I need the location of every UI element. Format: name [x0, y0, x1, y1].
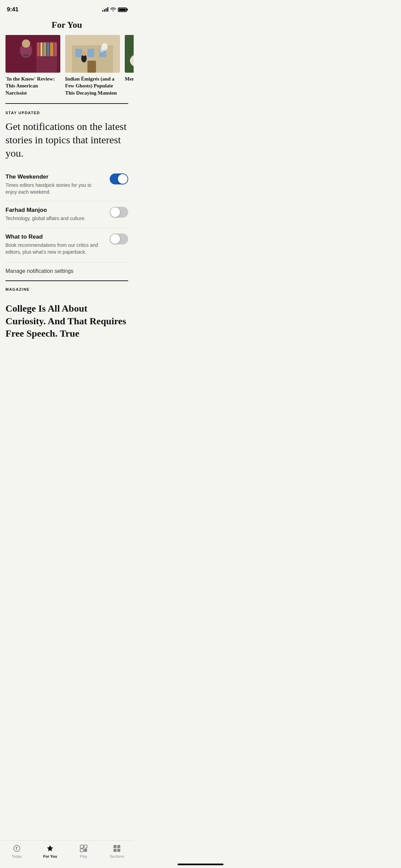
toggle-knob-whattoread [110, 234, 120, 244]
manage-notification-link[interactable]: Manage notification settings [5, 268, 73, 274]
status-bar: 9:41 [0, 0, 134, 17]
svg-rect-16 [87, 61, 96, 73]
svg-rect-3 [23, 54, 29, 56]
article-card-1[interactable]: 'In the Know' Review: This American Narc… [5, 35, 60, 96]
notification-name-farhad: Farhad Manjoo [5, 207, 103, 214]
wifi-icon [110, 7, 116, 13]
article-thumb-3 [125, 35, 134, 73]
notification-item-farhad: Farhad Manjoo Technology, global affairs… [5, 201, 128, 228]
svg-point-18 [82, 51, 86, 56]
toggle-knob-farhad [110, 207, 120, 217]
status-icons [102, 7, 127, 13]
svg-rect-13 [75, 49, 82, 57]
page-title: For You [0, 20, 134, 30]
svg-rect-9 [50, 43, 53, 56]
svg-point-20 [100, 48, 104, 52]
divider-magazine [5, 280, 128, 281]
notification-desc-whattoread: Book recommendations from our critics an… [5, 242, 103, 256]
notification-text-whattoread: What to Read Book recommendations from o… [5, 233, 103, 256]
svg-rect-5 [37, 43, 40, 56]
svg-rect-8 [47, 43, 49, 56]
toggle-farhad[interactable] [110, 207, 128, 218]
battery-icon [118, 8, 127, 12]
notification-text-farhad: Farhad Manjoo Technology, global affairs… [5, 207, 103, 222]
page-title-bar: For You [0, 17, 134, 35]
toggle-whattoread[interactable] [110, 233, 128, 244]
svg-rect-10 [54, 43, 57, 56]
article-title-1: 'In the Know' Review: This American Narc… [5, 75, 60, 96]
magazine-label: MAGAZINE [5, 287, 128, 291]
article-title-3: Merrily (Meatba... [125, 75, 134, 82]
status-time: 9:41 [7, 6, 19, 13]
stay-updated-label: STAY UPDATED [5, 111, 128, 115]
signal-icon [102, 8, 108, 12]
notifications-headline: Get notifications on the latest stories … [5, 120, 128, 160]
notifications-section: STAY UPDATED Get notifications on the la… [0, 104, 134, 261]
notification-name-whattoread: What to Read [5, 233, 103, 240]
notification-desc-weekender: Times editors handpick stories for you t… [5, 182, 103, 196]
article-card-2[interactable]: Indian Émigrés (and a Few Ghosts) Popula… [65, 35, 120, 96]
article-card-3[interactable]: Merrily (Meatba... [125, 35, 134, 96]
svg-rect-21 [125, 35, 134, 73]
magazine-section: MAGAZINE College Is All About Curiosity.… [0, 287, 134, 340]
notification-name-weekender: The Weekender [5, 173, 103, 180]
notification-desc-farhad: Technology, global affairs and culture. [5, 215, 103, 222]
magazine-headline[interactable]: College Is All About Curiosity. And That… [5, 296, 128, 340]
svg-rect-7 [43, 43, 46, 56]
toggle-weekender[interactable] [110, 173, 128, 184]
article-thumb-1 [5, 35, 60, 73]
articles-scroll[interactable]: 'In the Know' Review: This American Narc… [0, 35, 134, 96]
manage-link-row: Manage notification settings [5, 263, 128, 276]
svg-point-2 [22, 39, 30, 48]
notification-item-whattoread: What to Read Book recommendations from o… [5, 228, 128, 261]
notification-text-weekender: The Weekender Times editors handpick sto… [5, 173, 103, 196]
svg-rect-14 [87, 49, 94, 57]
toggle-knob-weekender [118, 174, 127, 184]
svg-rect-6 [40, 43, 42, 56]
article-thumb-2 [65, 35, 120, 73]
notification-item-weekender: The Weekender Times editors handpick sto… [5, 168, 128, 202]
article-title-2: Indian Émigrés (and a Few Ghosts) Popula… [65, 75, 120, 96]
